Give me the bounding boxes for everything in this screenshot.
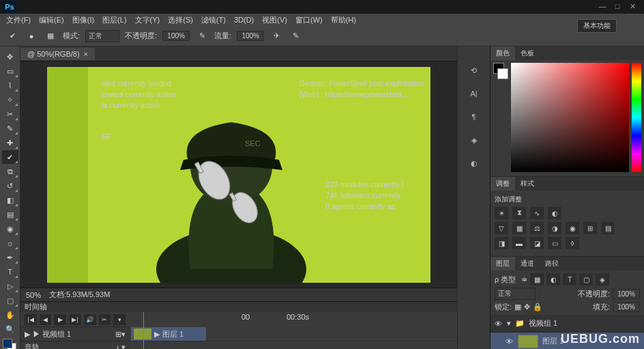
menu-select[interactable]: 选择(S): [164, 14, 196, 27]
marquee-tool[interactable]: ▭: [2, 64, 18, 78]
color-tab[interactable]: 颜色: [491, 46, 515, 60]
shape-tool[interactable]: ▢: [2, 294, 18, 307]
close-button[interactable]: ✕: [628, 2, 637, 12]
move-tool[interactable]: ✥: [2, 50, 18, 64]
colorbalance-icon[interactable]: ⚖: [530, 222, 544, 234]
hue-icon[interactable]: ▦: [512, 222, 526, 234]
exposure-icon[interactable]: ◐: [548, 207, 561, 219]
visibility-icon[interactable]: 👁: [493, 320, 503, 328]
vibrance-icon[interactable]: ▽: [495, 222, 508, 234]
filter-adjust-icon[interactable]: ◐: [546, 273, 560, 285]
playhead[interactable]: [143, 312, 144, 349]
selective-icon[interactable]: ◊: [566, 237, 579, 249]
group-expand-icon[interactable]: ▾: [507, 319, 511, 328]
gradientmap-icon[interactable]: ▭: [548, 237, 561, 249]
menu-window[interactable]: 窗口(W): [292, 14, 326, 27]
airbrush-icon[interactable]: ✈: [269, 29, 283, 43]
zoom-tool[interactable]: 🔍: [2, 322, 18, 336]
pressure-opacity-icon[interactable]: ✎: [195, 29, 209, 43]
properties-panel-icon[interactable]: ◐: [467, 156, 482, 171]
healing-tool[interactable]: ✚: [2, 136, 18, 150]
menu-edit[interactable]: 编辑(E): [35, 14, 68, 27]
prev-frame-button[interactable]: ◀: [40, 314, 52, 325]
video-clip[interactable]: ▶ 图层 1: [131, 327, 206, 341]
workspace-selector[interactable]: 基本功能: [577, 19, 617, 33]
clip-expand-icon[interactable]: ▶: [154, 330, 160, 339]
opacity-input[interactable]: 100%: [162, 31, 190, 41]
zoom-level[interactable]: 50%: [26, 291, 41, 299]
photofilter-icon[interactable]: ◉: [566, 222, 579, 234]
character-panel-icon[interactable]: A|: [467, 86, 482, 101]
swatches-tab[interactable]: 色板: [515, 46, 540, 60]
blend-mode-select[interactable]: 正常: [495, 288, 536, 300]
styles-tab[interactable]: 样式: [515, 177, 540, 191]
threshold-icon[interactable]: ◪: [530, 237, 544, 249]
eraser-tool[interactable]: ◧: [2, 193, 18, 207]
picker-background[interactable]: [497, 68, 508, 79]
levels-icon[interactable]: ⧗: [512, 207, 526, 219]
filter-shape-icon[interactable]: ▢: [579, 273, 593, 285]
track-menu-icon[interactable]: ⊞▾: [115, 330, 126, 339]
posterize-icon[interactable]: ▬: [512, 237, 526, 249]
dodge-tool[interactable]: ☼: [2, 236, 18, 250]
minimize-button[interactable]: —: [598, 2, 607, 12]
tab-close-icon[interactable]: ×: [84, 50, 88, 58]
pen-tool[interactable]: ✒: [2, 251, 18, 264]
menu-image[interactable]: 图像(I): [69, 14, 98, 27]
fill-input[interactable]: 100%: [613, 302, 640, 312]
tool-preset-icon[interactable]: ✔: [5, 29, 19, 43]
color-field[interactable]: [511, 63, 629, 172]
paragraph-panel-icon[interactable]: ¶: [467, 109, 482, 124]
channelmixer-icon[interactable]: ⊞: [583, 222, 597, 234]
mode-select[interactable]: 正常: [85, 30, 119, 42]
blur-tool[interactable]: ◉: [2, 222, 18, 236]
3d-panel-icon[interactable]: ◈: [467, 132, 482, 148]
color-swatches[interactable]: [0, 339, 20, 349]
transition-button[interactable]: ▾: [113, 314, 126, 325]
colorlookup-icon[interactable]: ▤: [601, 222, 615, 234]
hue-slider[interactable]: [632, 63, 641, 172]
menu-layer[interactable]: 图层(L): [99, 14, 130, 27]
play-button[interactable]: ▶: [54, 314, 66, 325]
gradient-tool[interactable]: ▤: [2, 208, 18, 221]
lock-pixels-icon[interactable]: ▦: [514, 303, 521, 311]
filter-type-icon[interactable]: T: [563, 273, 576, 285]
filter-image-icon[interactable]: ▦: [530, 273, 544, 285]
audio-icon[interactable]: ♪ ▾: [115, 343, 126, 349]
layers-tab[interactable]: 图层: [491, 257, 515, 270]
path-select-tool[interactable]: ▷: [2, 279, 18, 293]
document-tab[interactable]: @ 50%(RGB/8) ×: [20, 48, 95, 60]
stamp-tool[interactable]: ⧉: [2, 165, 18, 178]
layer-row-group[interactable]: 👁 ▾ 📁 视频组 1: [491, 315, 644, 333]
crop-tool[interactable]: ✂: [2, 107, 18, 121]
timeline-tab[interactable]: 时间轴: [25, 302, 47, 312]
canvas-area[interactable]: ules currently loaded lowers currently a…: [20, 61, 457, 288]
lock-all-icon[interactable]: 🔒: [533, 303, 542, 311]
layer-thumbnail[interactable]: [518, 335, 538, 348]
layer-name[interactable]: 视频组 1: [529, 318, 557, 329]
history-brush-tool[interactable]: ↺: [2, 179, 18, 193]
menu-type[interactable]: 文字(Y): [132, 14, 164, 27]
filter-smart-icon[interactable]: ◈: [596, 273, 609, 285]
channels-tab[interactable]: 通道: [515, 257, 540, 270]
canvas[interactable]: ules currently loaded lowers currently a…: [47, 67, 430, 283]
split-button[interactable]: ✂: [99, 314, 111, 325]
brightness-icon[interactable]: ☀: [495, 207, 508, 219]
brush-preset-icon[interactable]: ●: [25, 29, 38, 43]
layer-opacity-input[interactable]: 100%: [613, 289, 640, 299]
eyedropper-tool[interactable]: ✎: [2, 122, 18, 135]
menu-3d[interactable]: 3D(D): [231, 14, 257, 25]
track-expand-icon[interactable]: ▶: [25, 330, 30, 339]
wand-tool[interactable]: ✧: [2, 93, 18, 107]
foreground-color[interactable]: [3, 339, 12, 348]
adjustments-tab[interactable]: 调整: [491, 177, 515, 191]
history-panel-icon[interactable]: ⟲: [467, 63, 482, 78]
curves-icon[interactable]: ∿: [530, 207, 544, 219]
maximize-button[interactable]: □: [613, 2, 622, 12]
menu-help[interactable]: 帮助(H): [327, 14, 360, 27]
doc-info[interactable]: 文档:5.93M/5.93M: [49, 290, 110, 300]
hand-tool[interactable]: ✋: [2, 308, 18, 322]
menu-filter[interactable]: 滤镜(T): [198, 14, 229, 27]
type-tool[interactable]: T: [2, 265, 18, 279]
invert-icon[interactable]: ◨: [495, 237, 508, 249]
